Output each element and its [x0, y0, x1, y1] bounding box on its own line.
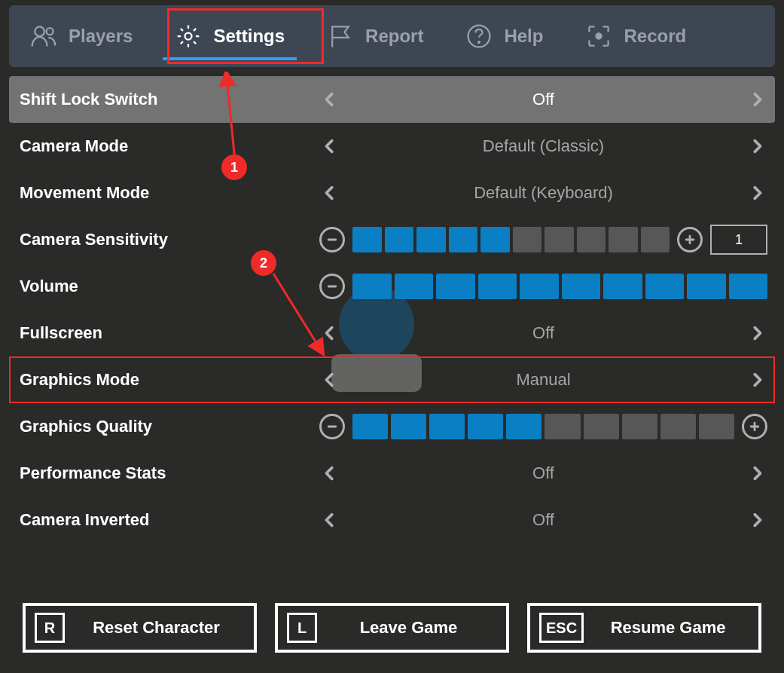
help-icon [465, 23, 493, 50]
svg-point-5 [596, 33, 602, 38]
slider-segment [520, 274, 559, 299]
chevron-left-icon[interactable] [319, 463, 340, 484]
players-icon [30, 23, 57, 50]
tab-label: Players [69, 26, 133, 47]
slider-segment [584, 414, 619, 439]
slider-segment [352, 414, 388, 439]
setting-label: Graphics Quality [20, 417, 319, 436]
setting-value: Off [340, 90, 746, 109]
setting-value: Off [340, 510, 746, 530]
minus-button[interactable] [319, 227, 345, 252]
flag-icon [327, 23, 354, 50]
selector: Off [319, 463, 775, 484]
settings-list: Shift Lock Switch Off Camera Mode Defaul… [9, 76, 775, 543]
chevron-right-icon[interactable] [746, 182, 767, 203]
chevron-right-icon[interactable] [746, 463, 767, 484]
plus-button[interactable] [677, 227, 703, 252]
tab-report[interactable]: Report [306, 5, 444, 67]
tab-players[interactable]: Players [9, 5, 154, 67]
slider-segment [449, 227, 478, 252]
chevron-left-icon[interactable] [319, 136, 340, 157]
slider-segment [603, 274, 642, 299]
selector: Off [319, 509, 775, 531]
slider [319, 274, 775, 299]
chevron-left-icon[interactable] [319, 89, 340, 110]
button-label: Leave Game [320, 618, 497, 638]
chevron-right-icon[interactable] [746, 136, 767, 157]
setting-label: Camera Mode [20, 136, 319, 156]
tab-label: Settings [213, 26, 285, 47]
row-fullscreen: Fullscreen Off [9, 310, 775, 356]
row-camera-inverted: Camera Inverted Off [9, 497, 775, 543]
setting-label: Camera Inverted [20, 510, 319, 530]
chevron-left-icon[interactable] [319, 323, 340, 344]
key-hint: R [35, 613, 65, 643]
minus-button[interactable] [319, 274, 345, 299]
row-performance-stats: Performance Stats Off [9, 450, 775, 497]
tab-label: Record [624, 26, 686, 47]
slider-segment [391, 414, 426, 439]
row-graphics-mode: Graphics Mode Manual [9, 356, 775, 403]
row-camera-mode: Camera Mode Default (Classic) [9, 123, 775, 170]
setting-label: Fullscreen [20, 323, 319, 343]
setting-value: Default (Keyboard) [340, 183, 746, 203]
leave-game-button[interactable]: L Leave Game [275, 603, 509, 653]
slider-segment [577, 227, 606, 252]
slider-track[interactable] [352, 227, 670, 252]
setting-value: Off [340, 463, 746, 483]
minus-button[interactable] [319, 414, 345, 439]
slider-segment [352, 274, 392, 299]
slider-segment [687, 274, 726, 299]
svg-point-4 [479, 41, 480, 43]
key-hint: ESC [539, 613, 584, 643]
slider-segment [622, 414, 657, 439]
tab-label: Help [504, 26, 543, 47]
key-hint: L [287, 613, 317, 643]
chevron-right-icon[interactable] [746, 369, 767, 390]
record-icon [585, 23, 612, 50]
setting-label: Shift Lock Switch [20, 90, 319, 109]
slider-segment [429, 414, 465, 439]
slider-segment [416, 227, 446, 252]
reset-character-button[interactable]: R Reset Character [23, 603, 257, 653]
chevron-right-icon[interactable] [746, 89, 767, 110]
svg-point-2 [185, 33, 192, 40]
slider-segment [395, 274, 434, 299]
gear-icon [175, 23, 202, 50]
chevron-left-icon[interactable] [319, 509, 340, 531]
slider-segment [562, 274, 601, 299]
setting-label: Volume [20, 277, 319, 296]
slider-segment [699, 414, 734, 439]
slider [319, 414, 775, 439]
slider-track[interactable] [352, 274, 767, 299]
slider-segment [478, 274, 517, 299]
chevron-right-icon[interactable] [746, 323, 767, 344]
slider-segment [545, 414, 580, 439]
row-camera-sensitivity: Camera Sensitivity 1 [9, 216, 775, 263]
row-shift-lock-switch: Shift Lock Switch Off [9, 76, 775, 123]
svg-point-1 [47, 28, 53, 35]
slider-segment [545, 227, 574, 252]
tab-record[interactable]: Record [564, 5, 707, 67]
row-graphics-quality: Graphics Quality [9, 403, 775, 450]
chevron-left-icon[interactable] [319, 182, 340, 203]
tab-help[interactable]: Help [444, 5, 564, 67]
sensitivity-input[interactable]: 1 [710, 225, 767, 255]
setting-value: Default (Classic) [340, 136, 746, 156]
chevron-right-icon[interactable] [746, 509, 767, 531]
resume-game-button[interactable]: ESC Resume Game [527, 603, 761, 653]
button-label: Resume Game [587, 618, 749, 638]
plus-button[interactable] [742, 414, 767, 439]
setting-value: Off [340, 323, 746, 343]
button-label: Reset Character [68, 618, 245, 638]
chevron-left-icon[interactable] [319, 369, 340, 390]
slider-segment [729, 274, 768, 299]
row-movement-mode: Movement Mode Default (Keyboard) [9, 170, 775, 216]
tab-settings[interactable]: Settings [154, 5, 306, 67]
tab-label: Report [365, 26, 423, 47]
slider-segment [609, 227, 638, 252]
slider-segment [468, 414, 503, 439]
selector: Off [319, 89, 775, 110]
slider-segment [352, 227, 382, 252]
slider-track[interactable] [352, 414, 734, 439]
